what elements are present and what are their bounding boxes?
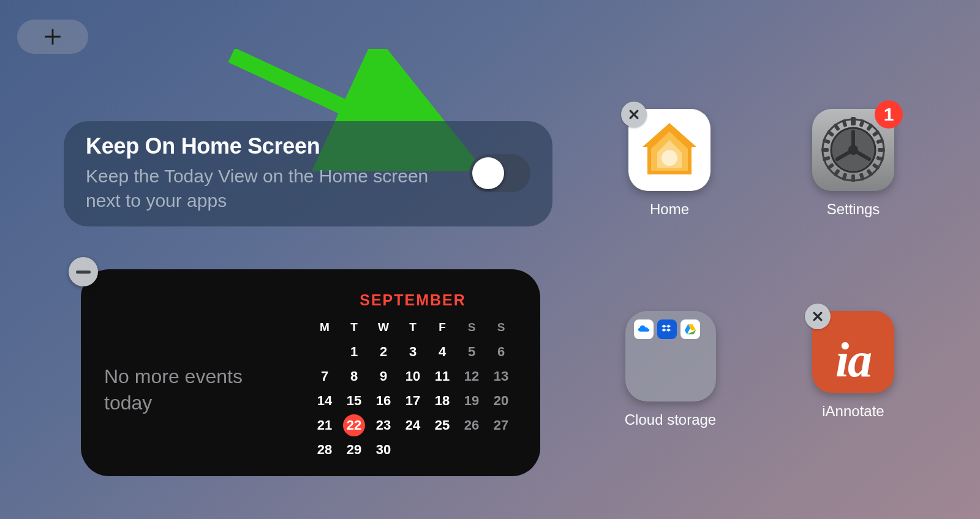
folder-cloud-storage[interactable]: Cloud storage — [614, 311, 727, 428]
calendar-day-cell: 25 — [428, 413, 456, 438]
app-label: Home — [624, 201, 715, 218]
calendar-day-cell: 9 — [369, 364, 398, 389]
calendar-day-cell: 15 — [340, 389, 368, 413]
calendar-day-cell: 14 — [311, 389, 339, 413]
calendar-day-cell — [399, 438, 427, 462]
app-iannotate[interactable]: ia iAnnotate — [807, 311, 899, 420]
calendar-day-cell: 23 — [369, 413, 398, 438]
keep-on-home-description: Keep the Today View on the Home screen n… — [86, 164, 453, 214]
app-label: Settings — [807, 201, 899, 218]
google-drive-mini-icon — [680, 319, 700, 339]
svg-point-11 — [848, 145, 858, 155]
calendar-day-cell: 18 — [428, 389, 456, 413]
calendar-day-header: T — [399, 315, 427, 340]
calendar-day-cell: 4 — [428, 340, 456, 364]
calendar-day-cell: 8 — [340, 364, 368, 389]
calendar-day-cell — [311, 340, 339, 364]
folder-icon-box — [625, 311, 716, 401]
add-widget-button[interactable] — [17, 20, 88, 54]
calendar-day-cell: 29 — [340, 438, 368, 462]
calendar-day-cell: 11 — [428, 364, 456, 389]
calendar-day-header: S — [458, 315, 486, 340]
calendar-events-message: No more events today — [104, 364, 263, 416]
keep-on-home-toggle[interactable] — [469, 154, 530, 192]
calendar-day-cell: 7 — [311, 364, 339, 389]
folder-label: Cloud storage — [614, 411, 727, 428]
calendar-widget[interactable]: No more events today SEPTEMBER MTWTFSS12… — [81, 269, 540, 476]
calendar-grid: MTWTFSS123456789101112131415161718192021… — [311, 315, 515, 462]
calendar-day-cell: 17 — [399, 389, 427, 413]
keep-on-home-card: Keep On Home Screen Keep the Today View … — [64, 121, 552, 226]
onedrive-mini-icon — [634, 319, 654, 339]
calendar-day-header: F — [428, 315, 456, 340]
calendar-day-cell: 2 — [369, 340, 398, 364]
calendar-day-cell: 22 — [340, 413, 368, 438]
folder-contents — [634, 319, 707, 339]
calendar-day-cell: 28 — [311, 438, 339, 462]
calendar-day-header: M — [311, 315, 339, 340]
app-settings[interactable]: 1 — [807, 109, 899, 218]
gear-icon — [819, 116, 888, 184]
close-icon — [812, 310, 824, 323]
calendar-day-cell: 10 — [399, 364, 427, 389]
remove-widget-button[interactable] — [69, 257, 98, 286]
calendar-day-cell: 19 — [458, 389, 486, 413]
calendar-day-cell: 1 — [340, 340, 368, 364]
calendar-day-header: W — [369, 315, 398, 340]
calendar-day-cell: 5 — [458, 340, 486, 364]
calendar-day-cell — [458, 438, 486, 462]
calendar-day-header: S — [487, 315, 515, 340]
calendar-day-cell: 21 — [311, 413, 339, 438]
calendar-day-cell — [428, 438, 456, 462]
calendar-day-cell: 26 — [458, 413, 486, 438]
calendar-day-cell: 16 — [369, 389, 398, 413]
home-icon-box — [628, 109, 710, 191]
toggle-knob — [472, 157, 504, 189]
svg-rect-7 — [851, 118, 855, 125]
calendar-day-cell: 13 — [487, 364, 515, 389]
delete-app-button[interactable] — [621, 102, 647, 127]
calendar-day-cell: 27 — [487, 413, 515, 438]
minus-icon — [76, 271, 91, 274]
plus-icon — [42, 26, 63, 47]
close-icon — [628, 108, 640, 121]
svg-point-2 — [662, 150, 677, 166]
calendar-day-cell: 20 — [487, 389, 515, 413]
app-label: iAnnotate — [807, 403, 899, 420]
home-house-icon — [639, 119, 700, 181]
keep-on-home-title: Keep On Home Screen — [86, 133, 469, 159]
calendar-day-cell: 3 — [399, 340, 427, 364]
calendar-month-label: SEPTEMBER — [360, 291, 466, 309]
calendar-day-header: T — [340, 315, 368, 340]
calendar-day-cell: 30 — [369, 438, 398, 462]
app-home[interactable]: Home — [624, 109, 715, 218]
iannotate-icon-box: ia — [812, 311, 894, 393]
notification-badge: 1 — [875, 100, 903, 129]
calendar-day-cell — [487, 438, 515, 462]
settings-icon-box: 1 — [812, 109, 894, 191]
ia-icon: ia — [835, 340, 871, 379]
calendar-day-cell: 6 — [487, 340, 515, 364]
calendar-day-cell: 12 — [458, 364, 486, 389]
dropbox-mini-icon — [657, 319, 677, 339]
delete-app-button[interactable] — [805, 304, 831, 329]
calendar-day-cell: 24 — [399, 413, 427, 438]
